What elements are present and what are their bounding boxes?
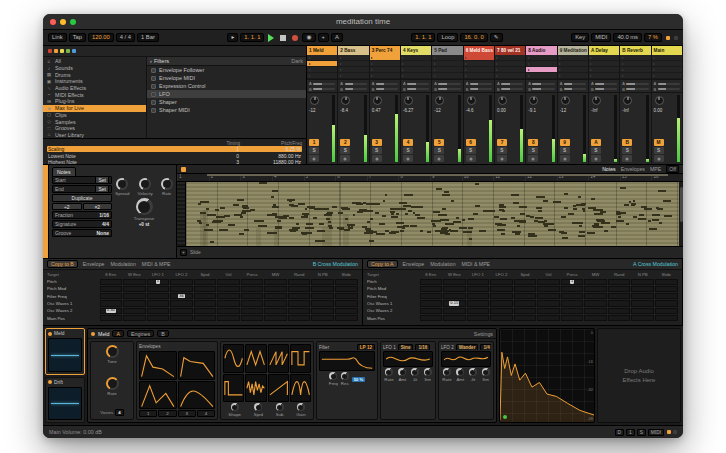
midi-note[interactable] xyxy=(518,220,526,222)
send-b-slider[interactable] xyxy=(626,88,648,90)
midi-note[interactable] xyxy=(329,227,333,229)
voices-value[interactable]: 4 xyxy=(115,409,123,416)
midi-note[interactable] xyxy=(399,202,407,204)
mod-matrix-cell[interactable] xyxy=(420,315,443,321)
browser-category-item[interactable]: ~ MIDI Effects xyxy=(43,91,146,98)
session-track[interactable]: 6 Meld Bass Plus A B -4.6 6 S xyxy=(464,46,495,164)
mod-target-name[interactable]: Filter Freq xyxy=(47,293,99,300)
midi-note[interactable] xyxy=(391,213,394,215)
clip-slot[interactable] xyxy=(401,73,431,79)
cross-modulation-label[interactable]: B Cross Modulation xyxy=(313,261,358,267)
mapping-value-2[interactable]: 6.25 % xyxy=(239,146,301,152)
midi-note[interactable] xyxy=(467,229,472,246)
midi-note[interactable] xyxy=(483,210,493,212)
midi-note[interactable] xyxy=(397,208,405,210)
back-chevron-icon[interactable]: ‹ xyxy=(150,58,152,64)
track-activator-button[interactable]: 3 xyxy=(372,139,382,146)
midi-note[interactable] xyxy=(648,220,651,222)
midi-note[interactable] xyxy=(511,194,518,196)
pan-knob[interactable] xyxy=(529,96,538,105)
midi-note[interactable] xyxy=(197,220,200,222)
mod-matrix-cell[interactable] xyxy=(194,286,217,292)
device-chain-item[interactable]: Meld xyxy=(45,328,85,375)
midi-note[interactable] xyxy=(453,221,461,223)
clip-slot[interactable] xyxy=(558,73,588,79)
mod-matrix-cell[interactable] xyxy=(335,293,358,299)
midi-note[interactable] xyxy=(239,233,244,235)
midi-note[interactable] xyxy=(583,210,585,212)
mod-matrix-cell[interactable] xyxy=(241,300,264,306)
fraction-value[interactable]: 1/16 xyxy=(99,212,109,218)
arrangement-position-field[interactable]: 1. 1. 1 xyxy=(240,33,264,43)
send-b-slider[interactable] xyxy=(345,88,367,90)
time-signature-field[interactable]: 4 / 4 xyxy=(116,33,135,43)
track-volume-value[interactable]: -12 xyxy=(560,108,567,113)
midi-note[interactable] xyxy=(579,225,582,227)
midi-note[interactable] xyxy=(220,207,225,209)
midi-note[interactable] xyxy=(304,215,308,217)
mapping-value-1[interactable]: 1 xyxy=(197,146,239,152)
mod-matrix-cell[interactable] xyxy=(584,286,607,292)
midi-note[interactable] xyxy=(228,224,234,226)
copy-button[interactable]: Copy to A xyxy=(367,260,398,268)
lfo-knob[interactable] xyxy=(411,368,419,376)
modulation-tab[interactable]: MIDI & MPE xyxy=(142,261,171,267)
waveform-halfsine-icon[interactable] xyxy=(290,374,311,403)
device-settings-button[interactable]: Settings xyxy=(474,331,493,337)
midi-note[interactable] xyxy=(289,200,292,202)
mod-matrix-cell[interactable] xyxy=(561,308,584,314)
set-start-button[interactable]: Set xyxy=(95,176,109,184)
midi-note[interactable] xyxy=(370,218,374,220)
browser-category-item[interactable]: ▦ Drums xyxy=(43,71,146,78)
midi-note[interactable] xyxy=(341,207,348,209)
send-b-slider[interactable] xyxy=(313,88,335,90)
midi-note[interactable] xyxy=(601,222,610,224)
mod-matrix-cell[interactable] xyxy=(631,286,654,292)
solo-button[interactable]: S xyxy=(434,147,444,154)
midi-note[interactable] xyxy=(367,203,372,205)
browser-category-item[interactable]: ◈ Max for Live xyxy=(43,105,146,112)
midi-note[interactable] xyxy=(561,232,568,234)
midi-note[interactable] xyxy=(241,212,246,214)
midi-note[interactable] xyxy=(573,222,578,224)
mod-target-name[interactable]: Pitch xyxy=(47,278,99,285)
browser-category-item[interactable]: ◻ Clips xyxy=(43,112,146,119)
browser-category-item[interactable]: ♪ Sounds xyxy=(43,65,146,72)
track-title[interactable]: 2 Bass xyxy=(338,46,368,55)
mod-matrix-cell[interactable] xyxy=(608,279,631,285)
solo-button[interactable]: S xyxy=(309,147,319,154)
mod-matrix-cell[interactable] xyxy=(288,293,311,299)
midi-note[interactable] xyxy=(420,230,423,232)
envelope-tab[interactable]: 1 xyxy=(139,410,157,417)
collection-color-icon[interactable] xyxy=(60,49,64,53)
midi-note[interactable] xyxy=(626,223,629,225)
mod-matrix-cell[interactable] xyxy=(100,286,123,292)
midi-note[interactable] xyxy=(663,200,671,202)
midi-note[interactable] xyxy=(536,207,542,209)
midi-note[interactable] xyxy=(391,216,398,218)
clip-slot[interactable] xyxy=(432,73,462,79)
midi-note[interactable] xyxy=(212,221,222,223)
clip-slot[interactable] xyxy=(526,73,556,79)
lfo-wave-select[interactable]: Wander xyxy=(456,344,479,350)
midi-note[interactable] xyxy=(536,196,545,198)
solo-button[interactable]: S xyxy=(654,147,664,154)
midi-note[interactable] xyxy=(237,199,243,201)
lfo-sync-select[interactable]: 1/16 xyxy=(415,344,430,350)
midi-note[interactable] xyxy=(408,210,412,212)
envelope-display[interactable] xyxy=(178,351,216,380)
mod-matrix-cell[interactable] xyxy=(288,279,311,285)
mod-matrix-cell[interactable] xyxy=(241,315,264,321)
mod-matrix-cell[interactable] xyxy=(194,300,217,306)
midi-note[interactable] xyxy=(415,214,420,216)
lfo-wave-select[interactable]: Sine xyxy=(398,344,414,350)
midi-note[interactable] xyxy=(620,212,626,214)
midi-note[interactable] xyxy=(459,227,467,229)
collection-color-icon[interactable] xyxy=(54,49,58,53)
arm-button[interactable] xyxy=(528,155,538,162)
mod-matrix-cell[interactable] xyxy=(147,308,170,314)
mod-matrix-cell[interactable] xyxy=(288,286,311,292)
midi-note[interactable] xyxy=(391,231,400,233)
solo-button[interactable]: S xyxy=(560,147,570,154)
arm-button[interactable] xyxy=(403,155,413,162)
